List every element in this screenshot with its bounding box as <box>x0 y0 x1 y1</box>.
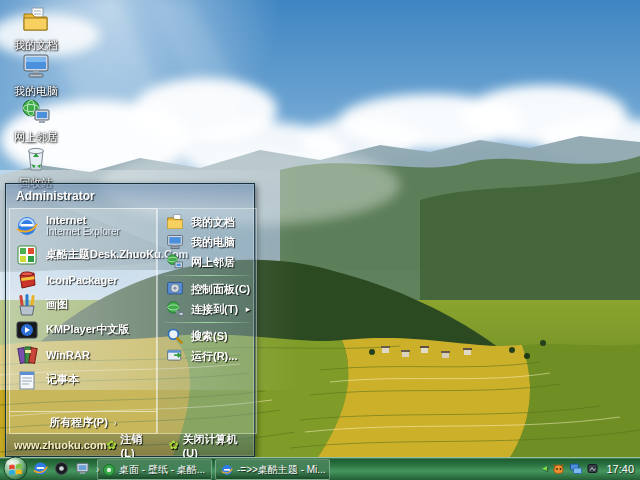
menu-item-paint[interactable]: 画图 <box>10 292 156 317</box>
menu-item-label: 画图 <box>46 297 68 312</box>
menu-item-label: 连接到(T) <box>191 302 238 317</box>
menu-divider <box>164 322 250 323</box>
menu-item-kmplayer[interactable]: KMPlayer中文版 <box>10 317 156 342</box>
menu-item-label: 我的电脑 <box>191 235 235 250</box>
tray-collapse-chevron-icon[interactable]: ◄ <box>541 464 549 473</box>
start-menu-body: Internet Internet Explorer 桌酷主题Desk.Zhuo… <box>9 208 251 434</box>
show-desktop-quicklaunch-icon[interactable] <box>75 461 90 476</box>
utility-tray-icon[interactable] <box>586 462 599 475</box>
menu-item-run[interactable]: 运行(R)... <box>158 346 256 366</box>
internet-explorer-icon <box>16 215 38 237</box>
menu-item-label: Internet <box>46 214 120 226</box>
network-places-icon <box>166 253 184 271</box>
menu-item-label: WinRAR <box>46 349 90 361</box>
my-computer-icon <box>166 233 184 251</box>
menu-item-label: KMPlayer中文版 <box>46 322 129 337</box>
taskbar-button-label: 桌面 - 壁纸 - 桌酷... <box>119 463 205 477</box>
taskbar-buttons: 桌面 - 壁纸 - 桌酷... -=>>桌酷主题 - Mi... <box>97 459 330 480</box>
submenu-arrow-icon: ▸ <box>246 304 251 314</box>
start-menu-footer: www.zhuoku.com ✿ 注销(L) ✿ 关闭计算机(U) <box>6 434 254 456</box>
paint-icon <box>16 294 38 316</box>
menu-item-control-panel[interactable]: 控制面板(C) <box>158 279 256 299</box>
internet-explorer-icon <box>221 464 233 476</box>
menu-item-winrar[interactable]: WinRAR <box>10 342 156 367</box>
desktop-icon-label: 我的文档 <box>14 39 58 51</box>
internet-explorer-quicklaunch-icon[interactable] <box>33 461 48 476</box>
winrar-icon <box>16 344 38 366</box>
notepad-icon <box>16 369 38 391</box>
search-icon <box>166 327 184 345</box>
run-icon <box>166 347 184 365</box>
menu-item-label: 我的文档 <box>191 215 235 230</box>
network-tray-icon[interactable] <box>569 462 582 475</box>
menu-divider <box>164 275 250 276</box>
menu-item-search[interactable]: 搜索(S) <box>158 326 256 346</box>
log-off-label: 注销(L) <box>121 432 153 459</box>
desktop-icon-label: 网上邻居 <box>14 131 58 143</box>
menu-item-my-documents[interactable]: 我的文档 <box>158 212 256 232</box>
menu-item-connect-to[interactable]: 连接到(T) ▸ <box>158 299 256 319</box>
start-menu: Administrator Internet Internet Explorer <box>5 183 255 457</box>
menu-spacer <box>10 392 156 411</box>
menu-item-my-computer[interactable]: 我的电脑 <box>158 232 256 252</box>
taskbar-button-wallpaper-page[interactable]: 桌面 - 壁纸 - 桌酷... <box>97 459 212 480</box>
all-programs-arrow-icon: › <box>114 418 117 428</box>
connect-to-icon <box>166 300 184 318</box>
shut-down-button[interactable]: ✿ 关闭计算机(U) <box>169 432 246 459</box>
my-documents-icon <box>21 6 51 34</box>
control-panel-icon <box>166 280 184 298</box>
my-computer-icon <box>21 52 51 80</box>
menu-item-label: IconPackager <box>46 274 118 286</box>
menu-item-label: 记事本 <box>46 372 79 387</box>
menu-item-notepad[interactable]: 记事本 <box>10 367 156 392</box>
quick-launch-bar: › <box>33 457 100 480</box>
network-places-icon <box>21 98 51 126</box>
recycle-bin-icon <box>21 144 51 172</box>
menu-item-iconpackager[interactable]: IconPackager <box>10 267 156 292</box>
start-menu-user: Administrator <box>6 184 254 208</box>
taskbar-clock[interactable]: 17:40 <box>606 463 634 475</box>
desktop-icon-network-places[interactable]: 网上邻居 <box>4 98 68 145</box>
menu-item-label: 运行(R)... <box>191 349 237 364</box>
menu-item-network-places[interactable]: 网上邻居 <box>158 252 256 272</box>
my-documents-icon <box>166 213 184 231</box>
zhuoku-site-icon <box>103 464 115 476</box>
log-off-flower-icon: ✿ <box>107 439 117 451</box>
shut-down-flower-icon: ✿ <box>169 439 179 451</box>
zhuoku-website-link[interactable]: www.zhuoku.com <box>14 439 107 451</box>
zhuoku-theme-icon <box>16 244 38 266</box>
menu-item-label: 网上邻居 <box>191 255 235 270</box>
taskbar: › 桌面 - 壁纸 - 桌酷... -=>>桌酷主题 - Mi... ◄ <box>0 457 640 480</box>
menu-item-sublabel: Internet Explorer <box>46 226 120 238</box>
taskbar-button-zhuoku-theme-page[interactable]: -=>>桌酷主题 - Mi... <box>215 459 330 480</box>
media-player-quicklaunch-icon[interactable] <box>54 461 69 476</box>
kmplayer-icon <box>16 319 38 341</box>
desktop-icon-my-documents[interactable]: 我的文档 <box>4 6 68 53</box>
start-menu-pinned-column: Internet Internet Explorer 桌酷主题Desk.Zhuo… <box>9 208 157 434</box>
log-off-button[interactable]: ✿ 注销(L) <box>107 432 153 459</box>
all-programs-button[interactable]: 所有程序(P) › <box>10 411 156 433</box>
all-programs-label: 所有程序(P) <box>49 415 108 430</box>
desktop-screen: 我的文档 我的电脑 网上邻居 回收站 <box>0 0 640 480</box>
messenger-tray-icon[interactable] <box>552 462 565 475</box>
desktop-icon-my-computer[interactable]: 我的电脑 <box>4 52 68 99</box>
start-button[interactable] <box>3 456 28 480</box>
shut-down-label: 关闭计算机(U) <box>183 432 246 459</box>
menu-item-internet[interactable]: Internet Internet Explorer <box>10 209 156 242</box>
start-menu-places-column: 我的文档 我的电脑 <box>157 208 257 434</box>
menu-item-zhuoku-theme[interactable]: 桌酷主题Desk.ZhuoKu.Com <box>10 242 156 267</box>
iconpackager-icon <box>16 269 38 291</box>
taskbar-button-label: -=>>桌酷主题 - Mi... <box>237 463 326 477</box>
system-tray: ◄ 17:40 <box>541 457 640 480</box>
menu-item-label: 搜索(S) <box>191 329 228 344</box>
menu-item-label: 控制面板(C) <box>191 282 250 297</box>
desktop-icon-label: 我的电脑 <box>14 85 58 97</box>
